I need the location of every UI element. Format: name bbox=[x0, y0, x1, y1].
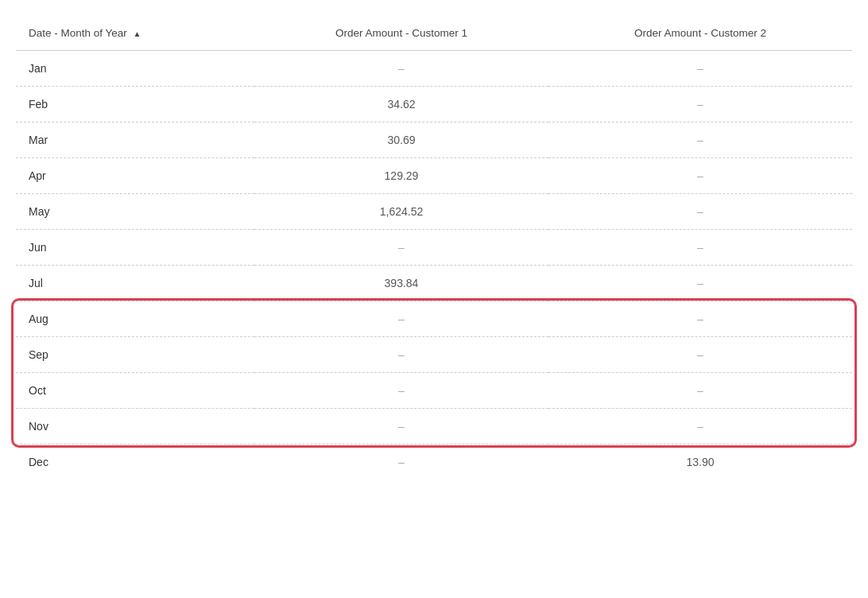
cell-customer2: – bbox=[548, 194, 852, 230]
table-row: Dec–13.90 bbox=[16, 445, 852, 480]
cell-date: May bbox=[16, 194, 254, 230]
table-row: Nov–– bbox=[16, 409, 852, 445]
header-customer1-label: Order Amount - Customer 1 bbox=[335, 27, 467, 39]
cell-customer2: – bbox=[548, 122, 852, 158]
table-row: Oct–– bbox=[16, 373, 852, 409]
cell-date: Sep bbox=[16, 337, 254, 373]
cell-customer2: – bbox=[548, 158, 852, 194]
table-row: Feb34.62– bbox=[16, 87, 852, 122]
cell-customer2: 13.90 bbox=[548, 445, 852, 480]
cell-customer1: 30.69 bbox=[254, 122, 548, 158]
table-row: Mar30.69– bbox=[16, 122, 852, 158]
cell-date: Feb bbox=[16, 87, 254, 122]
table-row: Jul393.84– bbox=[16, 266, 852, 301]
table-body: Jan––Feb34.62–Mar30.69–Apr129.29–May1,62… bbox=[16, 51, 852, 480]
table-row: Jun–– bbox=[16, 230, 852, 266]
header-customer2-label: Order Amount - Customer 2 bbox=[634, 27, 766, 39]
cell-customer2: – bbox=[548, 337, 852, 373]
table-row: Aug–– bbox=[16, 301, 852, 337]
cell-date: Dec bbox=[16, 445, 254, 480]
cell-date: Oct bbox=[16, 373, 254, 409]
cell-customer1: – bbox=[254, 301, 548, 337]
header-customer2[interactable]: Order Amount - Customer 2 bbox=[548, 16, 852, 51]
cell-customer2: – bbox=[548, 409, 852, 445]
cell-customer1: 129.29 bbox=[254, 158, 548, 194]
cell-customer2: – bbox=[548, 266, 852, 301]
cell-customer1: 393.84 bbox=[254, 266, 548, 301]
cell-customer1: – bbox=[254, 51, 548, 87]
sort-asc-icon: ▲ bbox=[134, 29, 141, 38]
table-row: Apr129.29– bbox=[16, 158, 852, 194]
cell-customer2: – bbox=[548, 87, 852, 122]
header-date[interactable]: Date - Month of Year ▲ bbox=[16, 16, 254, 51]
table-row: Jan–– bbox=[16, 51, 852, 87]
cell-customer1: – bbox=[254, 230, 548, 266]
table-row: Sep–– bbox=[16, 337, 852, 373]
table-row: May1,624.52– bbox=[16, 194, 852, 230]
cell-date: Apr bbox=[16, 158, 254, 194]
cell-customer1: – bbox=[254, 373, 548, 409]
cell-date: Jan bbox=[16, 51, 254, 87]
cell-customer1: 1,624.52 bbox=[254, 194, 548, 230]
header-customer1[interactable]: Order Amount - Customer 1 bbox=[254, 16, 548, 51]
cell-date: Jul bbox=[16, 266, 254, 301]
cell-customer2: – bbox=[548, 51, 852, 87]
header-date-label: Date - Month of Year bbox=[29, 27, 127, 39]
cell-customer1: 34.62 bbox=[254, 87, 548, 122]
cell-customer1: – bbox=[254, 445, 548, 480]
cell-customer1: – bbox=[254, 409, 548, 445]
cell-date: Aug bbox=[16, 301, 254, 337]
cell-date: Nov bbox=[16, 409, 254, 445]
cell-customer1: – bbox=[254, 337, 548, 373]
table-header-row: Date - Month of Year ▲ Order Amount - Cu… bbox=[16, 16, 852, 51]
table-container: Date - Month of Year ▲ Order Amount - Cu… bbox=[16, 16, 852, 480]
cell-customer2: – bbox=[548, 301, 852, 337]
data-table: Date - Month of Year ▲ Order Amount - Cu… bbox=[16, 16, 852, 480]
cell-customer2: – bbox=[548, 373, 852, 409]
cell-date: Jun bbox=[16, 230, 254, 266]
cell-customer2: – bbox=[548, 230, 852, 266]
cell-date: Mar bbox=[16, 122, 254, 158]
